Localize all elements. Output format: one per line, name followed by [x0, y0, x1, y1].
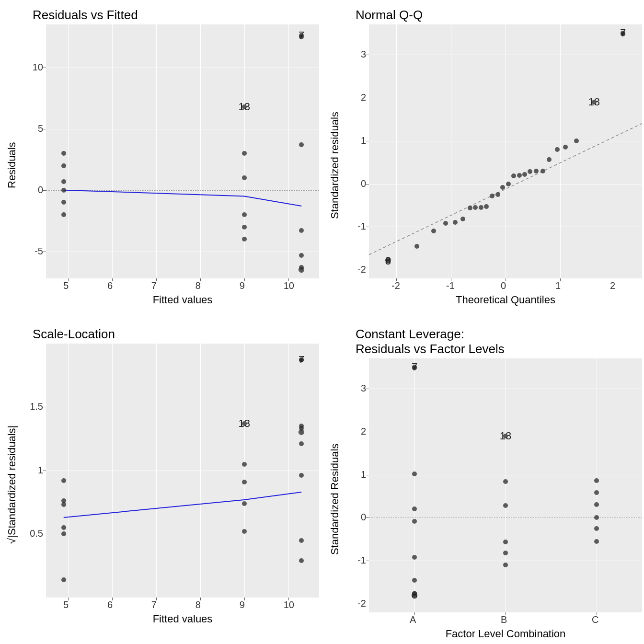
- data-point: [242, 462, 247, 467]
- point-annotation: 7: [620, 27, 626, 39]
- point-annotation: 13: [500, 430, 511, 442]
- panel-scale-location: Scale-Location√|Standardized residuals|7…: [0, 319, 323, 644]
- point-annotation: 7: [412, 361, 417, 373]
- data-point: [443, 221, 448, 226]
- data-point: [61, 531, 66, 536]
- data-point: [61, 525, 66, 530]
- data-point: [61, 151, 66, 156]
- data-point: [484, 204, 489, 209]
- point-annotation: 7: [299, 354, 304, 366]
- point-annotation: 13: [588, 96, 599, 108]
- plot-area: 7131050-5: [46, 24, 319, 278]
- data-point: [242, 151, 247, 156]
- point-annotation: 13: [238, 101, 250, 113]
- data-point: [61, 188, 66, 193]
- data-point: [61, 577, 66, 582]
- data-point: [61, 200, 66, 205]
- data-point: [594, 526, 599, 531]
- y-tick-labels: 1050-5: [20, 24, 43, 278]
- data-point: [563, 145, 568, 150]
- panel-normal-qq: Normal Q-QStandardized residuals71383210…: [323, 0, 644, 319]
- data-point: [500, 185, 505, 190]
- data-point: [61, 478, 66, 483]
- data-point: [299, 558, 304, 563]
- data-point: [242, 480, 247, 484]
- x-tick-labels: 5678910: [46, 598, 319, 612]
- panel-leverage: Constant Leverage: Residuals vs Factor L…: [323, 319, 644, 644]
- panel-residuals-vs-fitted: Residuals vs FittedResiduals7131050-5567…: [0, 0, 323, 319]
- plot-area: 7131.510.5: [46, 344, 319, 598]
- data-point: [555, 147, 560, 152]
- data-point: [534, 169, 539, 173]
- x-axis-label: Fitted values: [46, 294, 319, 306]
- data-point: [299, 473, 304, 478]
- x-tick-labels: 5678910: [46, 278, 319, 293]
- data-point: [517, 173, 522, 178]
- x-axis-label: Theoretical Quantiles: [369, 294, 642, 306]
- point-annotation: 7: [299, 29, 304, 42]
- data-point: [242, 529, 247, 534]
- y-tick-labels: 1.510.5: [20, 344, 43, 598]
- x-axis-label: Factor Level Combination: [369, 628, 642, 640]
- data-point: [412, 555, 417, 560]
- data-point: [503, 479, 508, 484]
- data-point: [594, 539, 599, 544]
- data-point: [460, 217, 465, 221]
- data-point: [412, 506, 417, 511]
- data-point: [528, 169, 532, 174]
- data-point: [412, 472, 417, 476]
- data-point: [61, 212, 66, 217]
- diagnostic-plot-grid: Residuals vs FittedResiduals7131050-5567…: [0, 0, 644, 644]
- y-axis-label: Residuals: [4, 24, 20, 306]
- data-point: [242, 212, 247, 217]
- data-point: [299, 253, 304, 258]
- data-point: [594, 490, 599, 495]
- y-axis-label: √|Standardized residuals|: [4, 344, 20, 625]
- data-point: [412, 578, 417, 583]
- data-point: [242, 237, 247, 242]
- y-axis-label: Standardized residuals: [327, 24, 343, 306]
- data-point: [574, 138, 579, 143]
- data-point: [299, 538, 304, 543]
- data-point: [479, 205, 483, 210]
- data-point: [503, 563, 508, 567]
- reference-line: [46, 190, 319, 191]
- data-point: [473, 205, 478, 210]
- point-annotation: 8: [385, 255, 391, 267]
- data-point-open: [299, 267, 304, 273]
- data-point: [511, 173, 516, 178]
- data-point: [468, 206, 472, 210]
- data-point: [299, 441, 304, 446]
- data-point: [594, 502, 599, 507]
- data-point: [61, 163, 66, 168]
- data-point: [242, 225, 247, 230]
- data-point: [540, 169, 545, 173]
- reference-line: [369, 518, 642, 518]
- y-tick-labels: 3210-1-2: [343, 24, 366, 278]
- data-point: [431, 229, 436, 233]
- point-annotation: 13: [238, 417, 250, 430]
- data-point: [490, 194, 494, 198]
- data-point: [594, 515, 599, 520]
- data-point-open: [299, 429, 304, 435]
- data-point: [242, 175, 247, 180]
- x-tick-labels: ABC: [369, 612, 642, 627]
- y-axis-label: Standardized Residuals: [327, 358, 343, 640]
- chart-title: Scale-Location: [33, 327, 319, 342]
- data-point: [503, 503, 508, 508]
- data-point: [495, 192, 500, 197]
- data-point: [503, 551, 508, 555]
- data-point: [299, 142, 304, 147]
- point-annotation: 8: [412, 589, 417, 601]
- data-point: [453, 220, 458, 225]
- smooth-line: [46, 24, 319, 278]
- y-tick-labels: 3210-1-2: [343, 358, 366, 612]
- data-point: [503, 540, 508, 544]
- chart-title: Residuals vs Fitted: [33, 8, 319, 23]
- chart-title: Normal Q-Q: [356, 8, 642, 23]
- data-point: [594, 478, 599, 483]
- data-point: [242, 501, 247, 506]
- x-tick-labels: -2-1012: [369, 278, 642, 293]
- data-point: [61, 502, 66, 507]
- x-axis-label: Fitted values: [46, 613, 319, 625]
